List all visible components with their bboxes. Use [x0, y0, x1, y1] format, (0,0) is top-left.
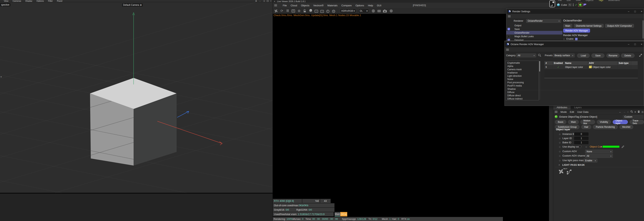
pick-material-icon[interactable]: M [331, 9, 336, 13]
rs-sidebar-octanerender[interactable]: OctaneRender [506, 31, 562, 34]
enabled-check-icon[interactable]: ✓ [575, 3, 578, 6]
viewport-3d[interactable]: spective Default Camera ⊕ + [0, 2, 272, 193]
use-display-color-checkbox[interactable] [579, 145, 581, 148]
refresh-icon[interactable]: ⟳ [279, 9, 285, 13]
list-item[interactable]: Noise [506, 78, 538, 81]
rs-scrollbar[interactable] [643, 20, 644, 38]
aov-category-list[interactable]: Cryptomatte Alpha Camera mask Irradiance… [506, 61, 539, 100]
panel-close-icon[interactable]: × [274, 0, 275, 2]
menu-filter[interactable]: Filter [48, 0, 52, 2]
pause-icon[interactable] [285, 9, 290, 13]
lv-menu-options[interactable]: Options [356, 4, 364, 7]
anim-diamond-icon[interactable]: ◇ [559, 137, 560, 140]
list-item[interactable]: Cryptomatte [506, 61, 538, 65]
magic-bullet-checkbox[interactable] [508, 35, 510, 38]
light-pass-mask-dropdown[interactable]: Enable▾ [584, 159, 597, 163]
custom-aov-dropdown[interactable]: None▾ [585, 150, 613, 154]
plane-icon[interactable] [378, 10, 381, 12]
menu-panel[interactable]: Panel [57, 0, 62, 2]
list-item[interactable]: Alpha [506, 65, 538, 68]
close-icon[interactable]: × [270, 0, 272, 2]
object-row-cube[interactable]: └ Cube ✎ ✓ [554, 3, 586, 7]
attr-menu-userdata[interactable]: User Data [577, 110, 588, 113]
rs-burger-icon[interactable] [508, 15, 510, 17]
render-settings-titlebar[interactable]: Render Settings – □ × [506, 9, 644, 14]
add-viewport-icon[interactable]: + [314, 9, 319, 13]
search-icon[interactable] [538, 54, 541, 57]
list-item[interactable]: Light direction [506, 74, 538, 78]
rs-tab-output-aov-compositor[interactable]: Output AOV Compositor [605, 24, 634, 28]
minimize-icon[interactable]: – [628, 43, 629, 46]
menu-display[interactable]: Display [25, 0, 32, 2]
list-item[interactable]: Diffuse indirect [506, 97, 538, 100]
settings-gear-icon[interactable]: ⚙ [296, 9, 302, 13]
lv-menu-vectron[interactable]: Vectron® [313, 4, 324, 7]
focus-target-icon[interactable]: ⊙ [642, 110, 644, 113]
lv-menu-file[interactable]: File [283, 4, 287, 7]
attributes-burger-icon[interactable] [555, 111, 558, 113]
lock-resolution-icon[interactable] [302, 9, 308, 13]
list-item[interactable]: PostFX media [506, 84, 538, 87]
lv-menu-compare[interactable]: Compare [341, 4, 352, 7]
tab-visibility[interactable]: Visibility [597, 120, 611, 124]
filter-icon[interactable]: ≡ [634, 110, 636, 113]
target-icon[interactable]: ⊙ [263, 0, 265, 2]
lv-menu-materials[interactable]: Materials [328, 4, 338, 7]
lv-menu-help[interactable]: Help [368, 4, 373, 7]
camera-swap-icon[interactable]: ⊕ [140, 4, 142, 6]
material-ball-icon[interactable] [308, 9, 314, 13]
light-pass-mask-section[interactable]: > LIGHT PASS MASK [553, 164, 644, 166]
list-item[interactable]: Camera mask [506, 68, 538, 71]
enable-checkbox[interactable]: ✓ [575, 38, 578, 40]
object-color-swatch[interactable] [602, 145, 620, 148]
anim-diamond-icon[interactable]: ◇ [559, 159, 560, 162]
live-viewer-titlebar[interactable]: × Live Viewer 2026.1 Build 1.8.1 [273, 0, 553, 3]
save-button[interactable]: Save [592, 53, 604, 58]
menu-burger-icon[interactable] [274, 4, 277, 6]
denoiser-checkbox[interactable]: ✓ [508, 39, 510, 41]
aov-manager-titlebar[interactable]: Octane Render AOV Manager – □ × [505, 41, 644, 47]
attr-menu-edit[interactable]: Edit [570, 110, 574, 113]
tab-ocol-pass[interactable]: OCol [340, 212, 347, 217]
tab-motion-blur[interactable]: Motion blur [580, 120, 595, 124]
octane-help-icon[interactable]: HELP [558, 169, 564, 175]
parent-up-icon[interactable]: ↑ [627, 110, 629, 113]
list-item[interactable]: Irradiance [506, 71, 538, 74]
lv-menu-gui[interactable]: GUI [377, 4, 381, 7]
hand-icon[interactable]: ✥ [255, 0, 257, 2]
maximize-icon[interactable]: □ [634, 10, 636, 13]
eyedropper-icon[interactable] [622, 145, 624, 149]
instance-id-input[interactable]: 0 [574, 132, 588, 136]
rs-sidebar-output[interactable]: Output [506, 23, 562, 27]
close-icon[interactable]: × [641, 10, 642, 13]
viewport-canvas[interactable] [0, 2, 272, 193]
anim-diamond-icon[interactable]: ◇ [586, 146, 587, 148]
rs-tab-render-aov-manager[interactable]: Render AOV Manager [563, 28, 590, 33]
minimize-icon[interactable]: – [628, 10, 629, 13]
list-item[interactable]: Diffuse direct [506, 94, 538, 97]
anim-diamond-icon[interactable]: ◇ [559, 133, 560, 135]
visibility-dots-icon[interactable] [573, 4, 574, 6]
list-item[interactable]: Diffuse [506, 91, 538, 94]
tab-object-layer[interactable]: Object layer [613, 120, 628, 124]
object-color-expand-chevron[interactable]: > [600, 145, 602, 148]
list-item[interactable]: Shadow [506, 87, 538, 91]
viewport-secondary[interactable] [0, 193, 272, 221]
rs-tab-overwrite-kernel[interactable]: Overwrite kernel Settings [574, 24, 604, 28]
anim-diamond-icon[interactable]: ◇ [559, 150, 560, 153]
layer-id-input[interactable]: 1 [574, 137, 588, 140]
list-item[interactable]: Post processing [506, 81, 538, 84]
maximize-icon[interactable]: □ [634, 43, 636, 46]
om-menu-file[interactable]: File [558, 0, 562, 2]
cube-object[interactable] [90, 78, 176, 166]
arrow-down-icon[interactable]: ↓ [260, 0, 260, 2]
sphere-icon[interactable] [390, 9, 393, 12]
menu-options[interactable]: Options [36, 0, 44, 2]
om-menu-view[interactable]: View [576, 0, 581, 2]
octane-objecttag-icon[interactable] [578, 3, 582, 7]
region-render-icon[interactable]: R [290, 9, 296, 13]
table-empty-area[interactable] [544, 69, 638, 78]
om-menu-objects[interactable]: Objects [586, 0, 594, 2]
rs-sidebar-denoiser[interactable]: ✓Denoiser [506, 38, 562, 41]
delete-button[interactable]: Delete [621, 53, 634, 58]
